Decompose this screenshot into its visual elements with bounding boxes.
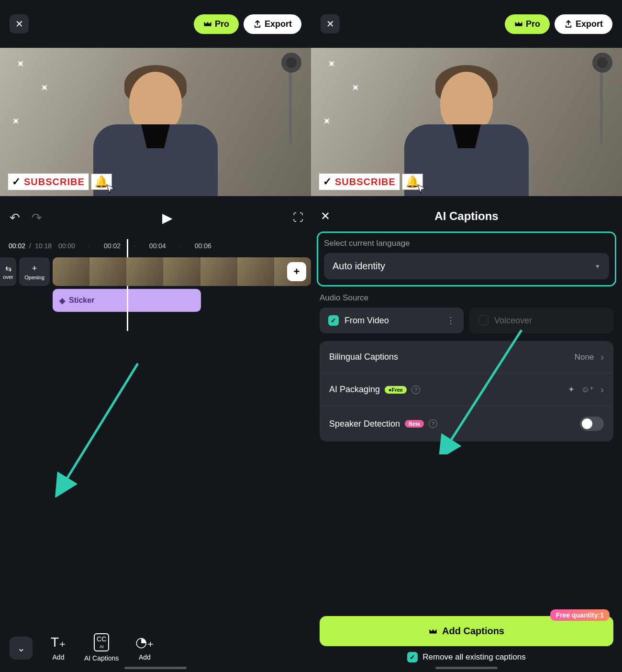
collapse-button[interactable]: ⌄ — [10, 637, 33, 660]
timecode-ruler[interactable]: 00:02/10:18 00:00 · 00:02 · 00:04 · 00:0… — [0, 239, 311, 253]
video-preview[interactable]: ✓ SUBSCRIBE 🔔 — [311, 48, 622, 196]
current-time: 00:02 — [9, 242, 25, 250]
close-button[interactable]: ✕ — [321, 14, 340, 33]
pro-label: Pro — [215, 19, 229, 29]
bilingual-captions-row[interactable]: Bilingual Captions None › — [320, 341, 613, 374]
panel-close-button[interactable]: ✕ — [321, 209, 330, 223]
subscribe-overlay: ✓ SUBSCRIBE 🔔 — [319, 173, 423, 190]
chevron-right-icon: › — [600, 352, 604, 363]
crown-icon — [203, 21, 212, 27]
export-icon — [564, 20, 573, 28]
audio-voiceover-option: Voiceover — [469, 308, 613, 333]
tutorial-arrow — [52, 354, 147, 497]
chevron-right-icon: › — [600, 384, 604, 395]
undo-button[interactable]: ↶ — [10, 210, 20, 225]
add-text-button[interactable]: T₊ Add — [42, 634, 75, 661]
speaker-detection-row[interactable]: Speaker Detection Beta ? — [320, 406, 613, 441]
check-icon: ✓ — [323, 176, 332, 188]
export-button[interactable]: Export — [244, 14, 301, 34]
play-button[interactable]: ▶ — [162, 210, 173, 226]
export-icon — [253, 20, 262, 28]
sticker-icon: ◈ — [59, 296, 65, 305]
audio-from-video-option[interactable]: ✓ From Video ⋮ — [320, 308, 464, 333]
cover-track-button[interactable]: ⇆ over — [0, 257, 16, 286]
redo-button[interactable]: ↷ — [32, 210, 42, 225]
language-select[interactable]: Auto identity ▼ — [324, 253, 609, 279]
add-captions-button[interactable]: Free quantity:1 Add Captions — [320, 616, 613, 646]
help-icon[interactable]: ? — [411, 386, 420, 394]
language-label: Select current language — [324, 239, 609, 248]
fullscreen-button[interactable]: ⛶ — [293, 211, 301, 224]
cursor-icon — [416, 183, 427, 194]
text-plus-icon: T₊ — [51, 634, 66, 650]
crown-icon — [514, 21, 523, 27]
pro-button[interactable]: Pro — [194, 14, 239, 34]
help-icon[interactable]: ? — [429, 419, 437, 428]
home-indicator — [124, 667, 187, 669]
unchecked-icon — [478, 315, 489, 326]
export-label: Export — [265, 19, 292, 29]
subscribe-overlay: ✓ SUBSCRIBE 🔔 — [8, 173, 112, 190]
effect-plus-icon: ◔₊ — [135, 634, 154, 650]
speaker-detection-toggle[interactable] — [580, 417, 604, 431]
sticker-label: Sticker — [69, 296, 94, 305]
caret-down-icon: ▼ — [595, 263, 600, 270]
cursor-icon — [105, 183, 116, 194]
total-duration: 10:18 — [35, 242, 52, 250]
pro-button[interactable]: Pro — [505, 14, 550, 34]
checked-icon: ✓ — [328, 315, 339, 326]
home-indicator — [435, 667, 498, 669]
audio-source-label: Audio Source — [320, 293, 613, 303]
add-clip-button[interactable]: + — [287, 262, 306, 281]
cc-ai-icon: CCAI — [94, 633, 109, 651]
export-button[interactable]: Export — [555, 14, 612, 34]
check-icon: ✓ — [12, 176, 21, 188]
ai-packaging-row[interactable]: AI Packaging ●Free ? ✦ ☺⁺ › — [320, 374, 613, 406]
sparkle-icon: ✦ — [568, 385, 575, 395]
panel-title: AI Captions — [434, 209, 498, 223]
bilingual-value: None — [575, 353, 594, 362]
more-menu-icon[interactable]: ⋮ — [446, 315, 455, 326]
ai-captions-button[interactable]: CCAI AI Captions — [84, 633, 119, 662]
opening-track-button[interactable]: + Opening — [19, 257, 50, 286]
crown-icon — [429, 628, 437, 635]
subscribe-label: SUBSCRIBE — [24, 176, 85, 187]
svg-line-0 — [61, 364, 138, 488]
language-value: Auto identity — [333, 261, 385, 272]
language-section-highlight: Select current language Auto identity ▼ — [317, 231, 616, 286]
free-pill: ●Free — [385, 386, 407, 394]
video-preview[interactable]: ✓ SUBSCRIBE 🔔 — [0, 48, 311, 196]
beta-pill: Beta — [405, 420, 424, 428]
add-effect-button[interactable]: ◔₊ Add — [128, 634, 161, 661]
free-quantity-badge: Free quantity:1 — [550, 609, 610, 621]
close-button[interactable]: ✕ — [10, 14, 29, 33]
video-track[interactable]: + — [53, 257, 311, 286]
emoji-plus-icon: ☺⁺ — [581, 385, 594, 395]
checked-icon: ✓ — [407, 652, 418, 662]
